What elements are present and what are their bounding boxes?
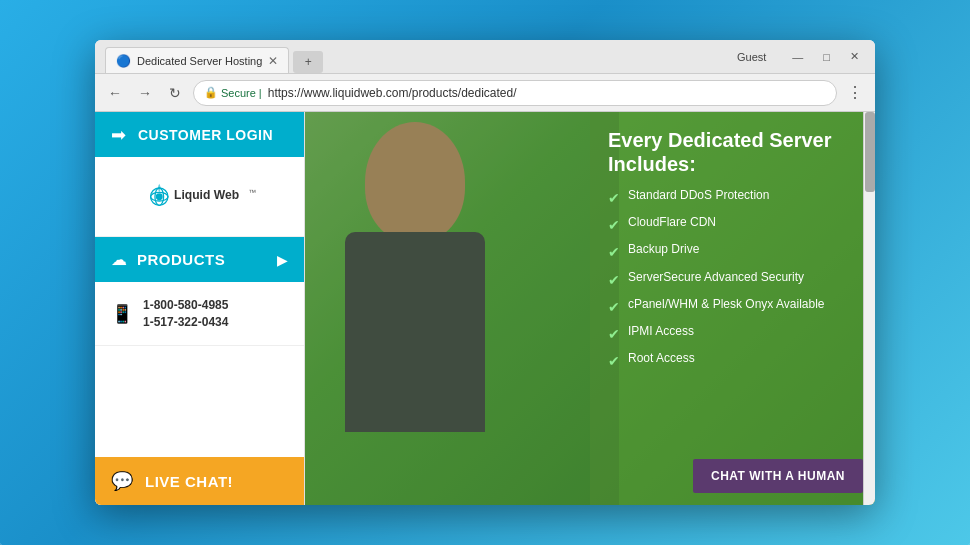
secure-label: Secure — [221, 87, 256, 99]
window-controls: Guest — □ ✕ — [731, 48, 865, 65]
live-chat-label: LIVE CHAT! — [145, 473, 233, 490]
customer-login-label: CUSTOMER LOGIN — [138, 127, 273, 143]
customer-login-bar[interactable]: ➡ CUSTOMER LOGIN — [95, 112, 304, 157]
logo-area: Liquid Web ™ — [95, 157, 304, 237]
phone-numbers: 1-800-580-4985 1-517-322-0434 — [143, 298, 228, 329]
maximize-button[interactable]: □ — [817, 49, 836, 65]
feature-text-2: Backup Drive — [628, 242, 699, 258]
feature-item-5: ✔ IPMI Access — [608, 324, 857, 343]
address-bar: ← → ↻ 🔒 Secure | https://www.liquidweb.c… — [95, 74, 875, 112]
browser-menu-button[interactable]: ⋮ — [843, 83, 867, 102]
check-icon-1: ✔ — [608, 216, 620, 234]
new-tab-button[interactable]: + — [293, 51, 323, 73]
feature-item-1: ✔ CloudFlare CDN — [608, 215, 857, 234]
url-text: https://www.liquidweb.com/products/dedic… — [268, 86, 517, 100]
products-chevron-icon: ▶ — [277, 252, 288, 268]
secure-badge: 🔒 Secure | — [204, 86, 262, 99]
minimize-button[interactable]: — — [786, 49, 809, 65]
content-area: ➡ CUSTOMER LOGIN Liquid Web ™ — [95, 112, 875, 505]
liquidweb-logo: Liquid Web ™ — [135, 175, 265, 218]
check-icon-0: ✔ — [608, 189, 620, 207]
browser-tab[interactable]: 🔵 Dedicated Server Hosting ✕ — [105, 47, 289, 73]
feature-item-2: ✔ Backup Drive — [608, 242, 857, 261]
back-button[interactable]: ← — [103, 81, 127, 105]
feature-panel: Every Dedicated Server Includes: ✔ Stand… — [590, 112, 875, 505]
check-icon-5: ✔ — [608, 325, 620, 343]
feature-panel-title: Every Dedicated Server Includes: — [608, 128, 857, 176]
feature-text-1: CloudFlare CDN — [628, 215, 716, 231]
check-icon-3: ✔ — [608, 271, 620, 289]
tab-title: Dedicated Server Hosting — [137, 55, 262, 67]
scrollbar[interactable] — [863, 112, 875, 505]
feature-item-4: ✔ cPanel/WHM & Plesk Onyx Available — [608, 297, 857, 316]
sidebar: ➡ CUSTOMER LOGIN Liquid Web ™ — [95, 112, 305, 505]
title-bar: 🔵 Dedicated Server Hosting ✕ + Guest — □… — [95, 40, 875, 74]
chat-bubble-icon: 💬 — [111, 470, 133, 492]
phone-number-1[interactable]: 1-800-580-4985 — [143, 298, 228, 312]
products-label: PRODUCTS — [137, 251, 267, 268]
close-button[interactable]: ✕ — [844, 48, 865, 65]
feature-item-3: ✔ ServerSecure Advanced Security — [608, 270, 857, 289]
feature-item-0: ✔ Standard DDoS Protection — [608, 188, 857, 207]
hero-dark-overlay — [305, 112, 619, 505]
check-icon-2: ✔ — [608, 243, 620, 261]
check-icon-6: ✔ — [608, 352, 620, 370]
tab-close-button[interactable]: ✕ — [268, 54, 278, 68]
browser-window: 🔵 Dedicated Server Hosting ✕ + Guest — □… — [95, 40, 875, 505]
phone-section: 📱 1-800-580-4985 1-517-322-0434 — [95, 282, 304, 346]
svg-point-3 — [155, 193, 162, 200]
login-arrow-icon: ➡ — [111, 124, 126, 146]
main-content: Every Dedicated Server Includes: ✔ Stand… — [305, 112, 875, 505]
refresh-button[interactable]: ↻ — [163, 81, 187, 105]
phone-number-2[interactable]: 1-517-322-0434 — [143, 315, 228, 329]
cloud-icon: ☁ — [111, 250, 127, 269]
forward-button[interactable]: → — [133, 81, 157, 105]
feature-text-0: Standard DDoS Protection — [628, 188, 769, 204]
tab-icon: 🔵 — [116, 54, 131, 68]
lock-icon: 🔒 — [204, 86, 218, 99]
feature-text-4: cPanel/WHM & Plesk Onyx Available — [628, 297, 825, 313]
url-separator: | — [259, 87, 262, 99]
url-bar[interactable]: 🔒 Secure | https://www.liquidweb.com/pro… — [193, 80, 837, 106]
svg-text:™: ™ — [248, 188, 256, 197]
feature-item-6: ✔ Root Access — [608, 351, 857, 370]
feature-text-3: ServerSecure Advanced Security — [628, 270, 804, 286]
phone-icon: 📱 — [111, 303, 133, 325]
products-bar[interactable]: ☁ PRODUCTS ▶ — [95, 237, 304, 282]
scrollbar-thumb[interactable] — [865, 112, 875, 192]
feature-text-5: IPMI Access — [628, 324, 694, 340]
tab-area: 🔵 Dedicated Server Hosting ✕ + — [105, 40, 731, 73]
feature-text-6: Root Access — [628, 351, 695, 367]
guest-label: Guest — [731, 49, 772, 65]
check-icon-4: ✔ — [608, 298, 620, 316]
svg-text:Liquid Web: Liquid Web — [174, 188, 239, 202]
live-chat-bar[interactable]: 💬 LIVE CHAT! — [95, 457, 304, 505]
chat-with-human-button[interactable]: CHAT WITH A HUMAN — [693, 459, 863, 493]
